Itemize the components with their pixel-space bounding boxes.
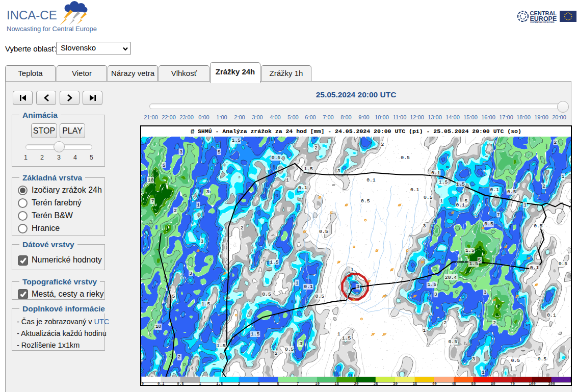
svg-text:1.5: 1.5 [201,301,211,307]
svg-text:0.5: 0.5 [361,198,370,204]
svg-text:45: 45 [452,382,457,385]
svg-text:1.5: 1.5 [304,166,313,172]
svg-text:0.1: 0.1 [530,265,539,271]
svg-text:3: 3 [484,290,487,295]
svg-text:0.1: 0.1 [456,202,465,208]
svg-text:1: 1 [296,280,299,286]
svg-text:1: 1 [199,382,201,385]
svg-text:3: 3 [434,292,437,297]
svg-text:0.5: 0.5 [534,223,543,229]
svg-text:3: 3 [356,284,359,290]
svg-text:2: 2 [542,184,545,189]
svg-text:0.5: 0.5 [511,358,520,363]
svg-text:2: 2 [314,145,318,151]
svg-text:1.5: 1.5 [216,382,223,385]
svg-text:0: 0 [142,382,144,385]
svg-text:0.5: 0.5 [538,356,547,362]
svg-text:0.1: 0.1 [490,187,499,193]
svg-text:0.5: 0.5 [484,221,493,227]
svg-text:1.5: 1.5 [427,282,436,288]
svg-text:0.5: 0.5 [424,195,433,200]
svg-text:COOPERATING FOR SUCCESS: COOPERATING FOR SUCCESS [530,21,554,23]
svg-text:0.5: 0.5 [559,261,568,267]
svg-text:2: 2 [275,351,278,356]
svg-text:3: 3 [472,356,475,362]
svg-text:0.5: 0.5 [177,382,184,385]
svg-text:5: 5 [218,149,221,155]
svg-text:7: 7 [151,198,154,204]
svg-text:50: 50 [471,382,476,385]
svg-text:7: 7 [497,212,500,218]
svg-text:2: 2 [178,354,181,360]
svg-text:0.5: 0.5 [448,339,457,345]
svg-text:1: 1 [351,267,354,273]
svg-text:10: 10 [155,324,162,329]
svg-text:1.5: 1.5 [270,259,279,265]
svg-text:5: 5 [464,198,467,204]
svg-text:1: 1 [337,331,340,337]
svg-text:7: 7 [297,382,299,385]
svg-text:3: 3 [206,189,209,195]
svg-text:2: 2 [493,320,496,326]
svg-text:1: 1 [482,370,485,375]
svg-text:1.5: 1.5 [456,181,465,187]
svg-text:1.5: 1.5 [469,261,478,267]
svg-text:40: 40 [432,382,437,385]
svg-text:0.5: 0.5 [262,292,271,297]
svg-text:1.5: 1.5 [217,343,226,349]
svg-text:0.1: 0.1 [431,170,440,176]
svg-text:0.5: 0.5 [285,347,294,352]
svg-text:2: 2 [554,140,557,145]
svg-text:1.5: 1.5 [342,335,351,341]
svg-text:20: 20 [354,382,359,385]
svg-text:3: 3 [189,271,192,276]
svg-text:3: 3 [337,168,340,174]
svg-text:20.4: 20.4 [445,275,457,280]
svg-text:1.5: 1.5 [439,179,448,185]
svg-text:10: 10 [148,177,154,183]
svg-text:70: 70 [510,382,515,385]
svg-text:1: 1 [286,177,289,183]
svg-text:5: 5 [478,257,481,263]
svg-text:10: 10 [315,382,320,385]
svg-text:1.5: 1.5 [465,248,475,253]
svg-text:2: 2 [443,320,447,326]
svg-text:2: 2 [241,225,244,231]
svg-text:0.1: 0.1 [547,312,556,318]
svg-text:3: 3 [423,223,426,229]
svg-text:100: 100 [529,382,536,385]
svg-text:35: 35 [412,382,417,385]
svg-text:0.1: 0.1 [158,382,165,385]
svg-text:1: 1 [561,174,564,179]
svg-text:1: 1 [197,202,200,208]
svg-text:30: 30 [393,382,398,385]
svg-text:2: 2 [238,382,241,385]
svg-text:1.5: 1.5 [232,138,241,143]
svg-text:3: 3 [179,149,182,155]
svg-text:0.5: 0.5 [507,189,516,195]
svg-text:1: 1 [423,328,426,333]
svg-text:1: 1 [523,202,527,208]
svg-text:300: 300 [548,382,555,385]
svg-text:0.1: 0.1 [298,185,307,191]
svg-text:0.1: 0.1 [366,177,376,183]
svg-text:0.5: 0.5 [272,155,281,161]
svg-text:2: 2 [174,208,177,214]
svg-text:0.1: 0.1 [410,187,419,193]
svg-text:5: 5 [277,382,279,385]
svg-text:0.5: 0.5 [316,294,325,299]
svg-text:1.5: 1.5 [251,331,260,337]
svg-text:5: 5 [163,163,166,168]
svg-text:0.5: 0.5 [401,155,410,161]
svg-text:3: 3 [257,382,260,385]
svg-text:3: 3 [299,341,302,347]
svg-text:15: 15 [334,382,339,385]
svg-text:1: 1 [440,198,443,204]
svg-text:5: 5 [172,294,175,299]
svg-text:60: 60 [491,382,496,385]
svg-text:25: 25 [374,382,379,385]
svg-text:0.1: 0.1 [304,284,313,290]
svg-text:0.5: 0.5 [319,229,328,234]
svg-text:2: 2 [381,142,384,147]
svg-text:3: 3 [200,239,203,244]
